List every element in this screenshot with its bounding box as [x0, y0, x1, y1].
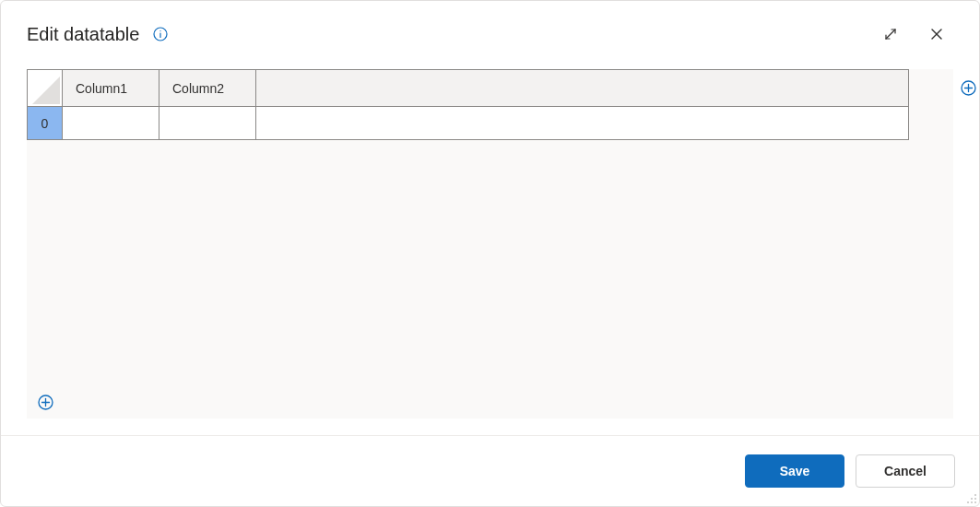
edit-datatable-dialog: Edit datatable — [0, 0, 980, 507]
svg-point-16 — [971, 501, 973, 503]
dialog-title: Edit datatable — [27, 24, 139, 45]
dialog-header: Edit datatable — [1, 1, 979, 60]
column-header[interactable]: Column2 — [159, 70, 256, 107]
svg-point-14 — [974, 498, 976, 500]
svg-point-15 — [967, 501, 969, 503]
add-row-button[interactable] — [36, 393, 54, 411]
column-header[interactable]: Column1 — [63, 70, 159, 107]
maximize-button[interactable] — [874, 18, 907, 51]
svg-point-17 — [974, 501, 976, 503]
close-button[interactable] — [920, 18, 953, 51]
add-column-button[interactable] — [959, 78, 977, 97]
svg-point-13 — [971, 498, 973, 500]
dialog-body: Column1 Column2 0 — [1, 60, 979, 435]
data-table: Column1 Column2 0 — [27, 69, 909, 140]
table-cell[interactable] — [159, 107, 256, 140]
resize-grip-icon[interactable] — [964, 491, 977, 504]
row-index-header[interactable]: 0 — [28, 107, 63, 140]
column-header[interactable] — [256, 70, 909, 107]
select-all-corner[interactable] — [28, 70, 63, 107]
cancel-button[interactable]: Cancel — [856, 454, 955, 488]
table-cell[interactable] — [256, 107, 909, 140]
svg-line-3 — [886, 29, 895, 39]
info-icon[interactable] — [152, 26, 169, 42]
save-button[interactable]: Save — [745, 454, 844, 488]
svg-point-2 — [160, 30, 161, 31]
table-cell[interactable] — [63, 107, 159, 140]
table-row: 0 — [28, 107, 909, 140]
grid-area: Column1 Column2 0 — [27, 69, 953, 419]
svg-point-12 — [974, 494, 976, 496]
dialog-footer: Save Cancel — [1, 435, 979, 506]
